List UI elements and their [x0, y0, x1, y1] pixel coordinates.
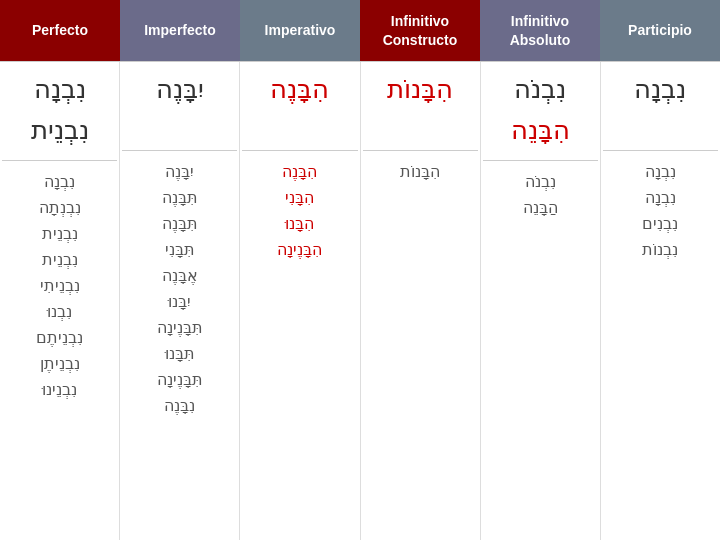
- imperfecto-row-3: תִּבָּנֶה: [162, 212, 198, 236]
- perfecto-bottom: נִבְנָה נִבְנְתָה נִבְנֵית נִבְנֵית נִבְ…: [36, 165, 83, 407]
- perfecto-divider: [2, 160, 117, 161]
- perfecto-row-2: נִבְנְתָה: [39, 196, 81, 220]
- content-area: נִבְנָה נִבְנֵית נִבְנָה נִבְנְתָה נִבְנ…: [0, 61, 720, 540]
- imperfecto-row-6: יִבָּנוּ: [168, 290, 191, 314]
- column-perfecto: נִבְנָה נִבְנֵית נִבְנָה נִבְנְתָה נִבְנ…: [0, 62, 120, 540]
- imperativo-row-1: הִבָּנֶה: [282, 160, 317, 184]
- perfecto-row-3: נִבְנֵית: [42, 222, 78, 246]
- participio-bottom: נִבְנָה נִבְנָה נִבְנִים נִבְנוֹת: [642, 155, 678, 267]
- imperfecto-bottom: יִבָּנֶה תִּבָּנֶה תִּבָּנֶה תִּבָּנִי א…: [157, 155, 203, 423]
- inf-constructo-bottom: הִבָּנוֹת: [400, 155, 440, 189]
- inf-absoluto-divider: [483, 160, 598, 161]
- tab-inf-constructo[interactable]: InfinitivoConstructo: [360, 0, 480, 61]
- perfecto-row-4: נִבְנֵית: [42, 248, 78, 272]
- imperativo-divider: [242, 150, 357, 151]
- perfecto-row-1: נִבְנָה: [44, 170, 75, 194]
- participio-top-1: נִבְנָה: [634, 70, 686, 109]
- inf-constructo-top-1: הִבָּנוֹת: [387, 70, 453, 109]
- inf-constructo-divider: [363, 150, 478, 151]
- participio-row-4: נִבְנוֹת: [642, 238, 678, 262]
- imperfecto-row-8: תִּבָּנוּ: [165, 342, 195, 366]
- tab-perfecto[interactable]: Perfecto: [0, 0, 120, 61]
- imperfecto-top: יִבָּנֶה: [156, 66, 204, 146]
- participio-row-2: נִבְנָה: [645, 186, 676, 210]
- tab-imperfecto[interactable]: Imperfecto: [120, 0, 240, 61]
- imperfecto-row-10: נִבָּנֶה: [164, 394, 195, 418]
- participio-row-3: נִבְנִים: [642, 212, 678, 236]
- column-imperfecto: יִבָּנֶה יִבָּנֶה תִּבָּנֶה תִּבָּנֶה תִ…: [120, 62, 240, 540]
- perfecto-row-6: נִבְנוּ: [47, 300, 72, 324]
- inf-absoluto-row-2: הַבָּנֵה: [523, 196, 558, 220]
- tab-participio-label: Participio: [628, 21, 692, 39]
- tab-imperfecto-label: Imperfecto: [144, 21, 216, 39]
- perfecto-top-2: נִבְנֵית: [31, 111, 89, 150]
- participio-row-1: נִבְנָה: [645, 160, 676, 184]
- tab-inf-absoluto[interactable]: InfinitivoAbsoluto: [480, 0, 600, 61]
- tab-imperativo-label: Imperativo: [265, 21, 336, 39]
- column-inf-constructo: הִבָּנוֹת הִבָּנוֹת: [361, 62, 481, 540]
- imperfecto-top-1: יִבָּנֶה: [156, 70, 204, 109]
- inf-absoluto-top-2: הִבָּנֵה: [511, 111, 570, 150]
- tab-participio[interactable]: Participio: [600, 0, 720, 61]
- imperativo-row-2: הִבָּנִי: [285, 186, 314, 210]
- inf-absoluto-row-1: נִבְנֹה: [525, 170, 556, 194]
- column-participio: נִבְנָה נִבְנָה נִבְנָה נִבְנִים נִבְנוֹ…: [601, 62, 720, 540]
- imperfecto-divider: [122, 150, 237, 151]
- perfecto-top-1: נִבְנָה: [34, 70, 86, 109]
- perfecto-top: נִבְנָה נִבְנֵית: [31, 66, 89, 156]
- perfecto-row-9: נִבְנֵינוּ: [42, 378, 77, 402]
- imperfecto-row-2: תִּבָּנֶה: [162, 186, 198, 210]
- inf-absoluto-bottom: נִבְנֹה הַבָּנֵה: [523, 165, 558, 225]
- header-tabs: Perfecto Imperfecto Imperativo Infinitiv…: [0, 0, 720, 61]
- participio-divider: [603, 150, 718, 151]
- tab-inf-constructo-label: InfinitivoConstructo: [383, 12, 458, 48]
- inf-absoluto-top-1: נִבְנֹה: [514, 70, 566, 109]
- imperativo-top: הִבָּנֶה: [270, 66, 329, 146]
- perfecto-row-8: נִבְנֵיתֶן: [40, 352, 80, 376]
- tab-imperativo[interactable]: Imperativo: [240, 0, 360, 61]
- inf-absoluto-top: נִבְנֹה הִבָּנֵה: [511, 66, 570, 156]
- column-imperativo: הִבָּנֶה הִבָּנֶה הִבָּנִי הִבָּנוּ הִבָ…: [240, 62, 360, 540]
- imperativo-row-4: הִבָּנֶינָה: [277, 238, 322, 262]
- perfecto-row-5: נִבְנֵיתִי: [40, 274, 80, 298]
- tab-inf-absoluto-label: InfinitivoAbsoluto: [510, 12, 571, 48]
- imperfecto-row-4: תִּבָּנִי: [165, 238, 195, 262]
- imperfecto-row-1: יִבָּנֶה: [165, 160, 194, 184]
- tab-perfecto-label: Perfecto: [32, 21, 88, 39]
- participio-top: נִבְנָה: [634, 66, 686, 146]
- imperativo-bottom: הִבָּנֶה הִבָּנִי הִבָּנוּ הִבָּנֶינָה: [277, 155, 322, 267]
- column-inf-absoluto: נִבְנֹה הִבָּנֵה נִבְנֹה הַבָּנֵה: [481, 62, 601, 540]
- inf-constructo-top: הִבָּנוֹת: [387, 66, 453, 146]
- imperfecto-row-7: תִּבָּנֶינָה: [157, 316, 203, 340]
- imperativo-row-3: הִבָּנוּ: [285, 212, 314, 236]
- imperativo-top-1: הִבָּנֶה: [270, 70, 329, 109]
- imperfecto-row-9: תִּבָּנֶינָה: [157, 368, 203, 392]
- inf-constructo-row-1: הִבָּנוֹת: [400, 160, 440, 184]
- perfecto-row-7: נִבְנֵיתֶם: [36, 326, 83, 350]
- imperfecto-row-5: אֶבָּנֶה: [162, 264, 198, 288]
